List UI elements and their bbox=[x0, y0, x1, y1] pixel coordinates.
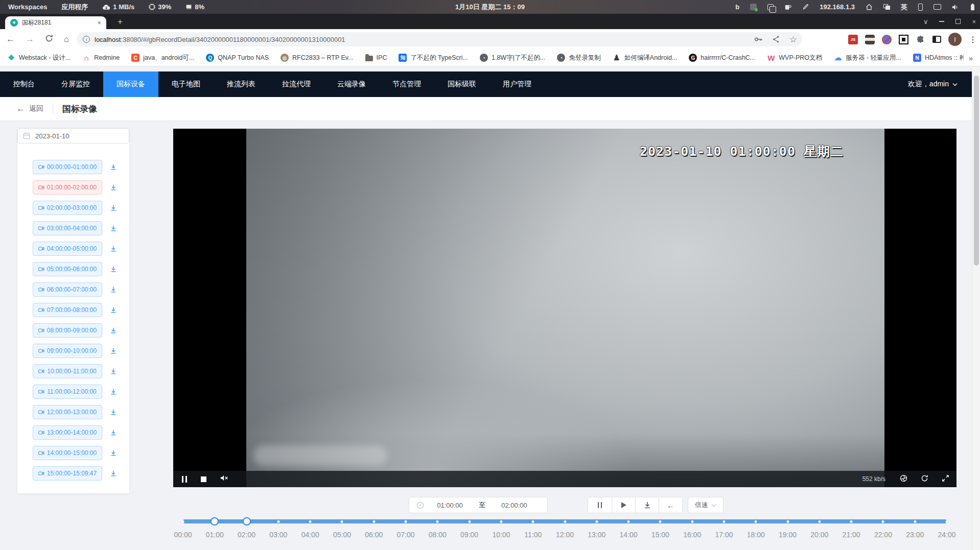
playback-pause-button[interactable] bbox=[588, 497, 612, 513]
window-minimize-button[interactable] bbox=[939, 21, 944, 22]
bookmark-item[interactable]: IPC bbox=[365, 54, 387, 61]
nav-tab[interactable]: 用户管理 bbox=[489, 71, 545, 97]
time-range-input[interactable]: 01:00:00 至 02:00:00 bbox=[409, 497, 548, 513]
applications-button[interactable]: 应用程序 bbox=[61, 3, 88, 12]
monitor-icon[interactable] bbox=[934, 4, 941, 10]
clipboard-icon[interactable] bbox=[767, 4, 774, 10]
playback-seek-back-button[interactable]: ← bbox=[659, 497, 682, 513]
segment-download-button[interactable] bbox=[110, 266, 117, 273]
bookmark-item[interactable]: ◔1.8W字|了不起的... bbox=[480, 54, 545, 62]
segment-download-button[interactable] bbox=[110, 347, 117, 354]
network-speed-indicator[interactable]: 1 MB/s bbox=[102, 3, 134, 11]
start-time-value[interactable]: 01:00:00 bbox=[424, 501, 476, 509]
segment-button[interactable]: 14:00:00-15:00:00 bbox=[33, 446, 102, 460]
playback-download-button[interactable] bbox=[635, 497, 659, 513]
password-key-icon[interactable] bbox=[754, 35, 763, 44]
browser-reload-button[interactable] bbox=[45, 34, 53, 45]
segment-button[interactable]: 03:00:00-04:00:00 bbox=[33, 221, 102, 235]
window-close-button[interactable]: × bbox=[972, 18, 976, 26]
bookmark-item[interactable]: ∩Redmine bbox=[82, 54, 120, 62]
cpu-indicator[interactable]: 39% bbox=[149, 3, 171, 11]
segment-button[interactable]: 06:00:00-07:00:00 bbox=[33, 282, 102, 297]
segment-button[interactable]: 01:00:00-02:00:00 bbox=[33, 180, 102, 195]
battery-icon[interactable] bbox=[970, 4, 975, 11]
segment-download-button[interactable] bbox=[110, 245, 117, 252]
browser-back-button[interactable]: ← bbox=[6, 34, 15, 44]
welcome-menu[interactable]: 欢迎，admin bbox=[908, 71, 958, 97]
ip-address-indicator[interactable]: 192.168.1.3 bbox=[820, 3, 855, 11]
bookmark-item[interactable]: Cjava、android可... bbox=[131, 54, 194, 62]
timeline-handle[interactable] bbox=[243, 517, 251, 525]
extensions-puzzle-icon[interactable] bbox=[916, 35, 925, 44]
timeline-track[interactable] bbox=[183, 519, 947, 523]
bing-tray-icon[interactable]: b bbox=[735, 3, 739, 11]
bookmark-item[interactable]: ❖Webstack - 设计... bbox=[7, 54, 71, 62]
segment-button[interactable]: 05:00:00-06:00:00 bbox=[33, 262, 102, 276]
fullscreen-button[interactable] bbox=[942, 474, 949, 484]
site-info-icon[interactable]: i bbox=[83, 36, 90, 43]
nav-tab[interactable]: 节点管理 bbox=[379, 71, 434, 97]
bookmark-item[interactable]: WWVP-PRO文档 bbox=[767, 54, 822, 62]
segment-download-button[interactable] bbox=[110, 388, 117, 395]
segment-button[interactable]: 07:00:00-08:00:00 bbox=[33, 303, 102, 317]
bookmark-item[interactable]: ☁服务器 - 轻量应用... bbox=[834, 54, 901, 62]
speaker-icon[interactable] bbox=[952, 4, 960, 10]
segment-download-button[interactable] bbox=[110, 429, 117, 436]
adblock-robber-extension-icon[interactable] bbox=[865, 35, 875, 44]
segment-download-button[interactable] bbox=[110, 204, 117, 211]
nav-tab[interactable]: 控制台 bbox=[0, 71, 48, 97]
address-bar[interactable]: i localhost:38080/#/gbRecordDetail/34020… bbox=[77, 32, 802, 46]
profile-avatar[interactable]: I bbox=[948, 33, 962, 46]
language-indicator[interactable]: 英 bbox=[901, 3, 907, 12]
tab-close-button[interactable]: × bbox=[96, 19, 102, 27]
nav-tab[interactable]: 分屏监控 bbox=[48, 71, 103, 97]
segment-button[interactable]: 09:00:00-10:00:00 bbox=[33, 344, 102, 358]
browser-menu-icon[interactable]: ⋮ bbox=[969, 35, 977, 44]
date-picker-input[interactable]: 2023-01-10 bbox=[17, 128, 129, 144]
new-tab-button[interactable]: + bbox=[113, 16, 127, 28]
end-time-value[interactable]: 02:00:00 bbox=[488, 501, 540, 509]
playback-play-button[interactable] bbox=[612, 497, 635, 513]
browser-tab[interactable]: ❖ 国标28181 × bbox=[5, 16, 106, 29]
phone-icon[interactable] bbox=[918, 4, 923, 11]
segment-download-button[interactable] bbox=[110, 470, 117, 477]
segment-button[interactable]: 04:00:00-05:00:00 bbox=[33, 242, 102, 256]
player-mute-button[interactable] bbox=[220, 474, 229, 484]
segment-button[interactable]: 02:00:00-03:00:00 bbox=[33, 201, 102, 215]
js-extension-icon[interactable]: JS bbox=[848, 35, 858, 44]
nav-tab[interactable]: 国标设备 bbox=[103, 71, 158, 97]
nav-tab[interactable]: 拉流代理 bbox=[269, 71, 324, 97]
player-refresh-button[interactable] bbox=[921, 474, 928, 484]
windows-stack-icon[interactable] bbox=[883, 4, 890, 10]
segment-download-button[interactable] bbox=[110, 163, 117, 171]
scrollbar-thumb[interactable] bbox=[974, 76, 979, 266]
segment-button[interactable]: 11:00:00-12:00:00 bbox=[33, 385, 102, 399]
segment-download-button[interactable] bbox=[110, 449, 117, 457]
timeline-handle[interactable] bbox=[211, 517, 219, 525]
segment-download-button[interactable] bbox=[110, 225, 117, 232]
blocker-extension-icon[interactable] bbox=[882, 35, 892, 44]
segment-button[interactable]: 00:00:00-01:00:00 bbox=[33, 160, 102, 174]
segment-button[interactable]: 15:00:00-15:09:47 bbox=[33, 466, 102, 481]
bookmark-item[interactable]: ◔免登录复制 bbox=[557, 54, 601, 62]
back-button[interactable]: ← 返回 bbox=[16, 104, 43, 114]
dark-square-extension-icon[interactable] bbox=[899, 35, 908, 44]
browser-home-button[interactable]: ⌂ bbox=[64, 34, 69, 44]
segment-button[interactable]: 13:00:00-14:00:00 bbox=[33, 425, 102, 440]
bookmark-item[interactable]: ◎RFC2833 – RTP Ev... bbox=[281, 54, 354, 62]
bookmark-item[interactable]: ♟如何编译Android... bbox=[613, 54, 678, 62]
segment-download-button[interactable] bbox=[110, 409, 117, 416]
segment-button[interactable]: 08:00:00-09:00:00 bbox=[33, 323, 102, 338]
workspaces-button[interactable]: Workspaces bbox=[8, 3, 47, 11]
bookmark-item[interactable]: Ghairrrrr/C-CrashC... bbox=[689, 54, 755, 62]
home-tray-icon[interactable] bbox=[866, 4, 873, 10]
bookmark-item[interactable]: NHDAtmos :: 种子 *... bbox=[913, 54, 964, 62]
window-maximize-button[interactable] bbox=[955, 19, 961, 24]
reading-list-icon[interactable] bbox=[932, 36, 941, 43]
bookmark-item[interactable]: QQNAP Turbo NAS bbox=[206, 54, 269, 62]
bookmarks-overflow-button[interactable]: » bbox=[964, 54, 973, 62]
nav-tab[interactable]: 电子地图 bbox=[158, 71, 214, 97]
playback-speed-button[interactable]: 倍速 bbox=[688, 497, 724, 513]
nav-tab[interactable]: 推流列表 bbox=[214, 71, 269, 97]
nav-tab[interactable]: 云端录像 bbox=[324, 71, 379, 97]
